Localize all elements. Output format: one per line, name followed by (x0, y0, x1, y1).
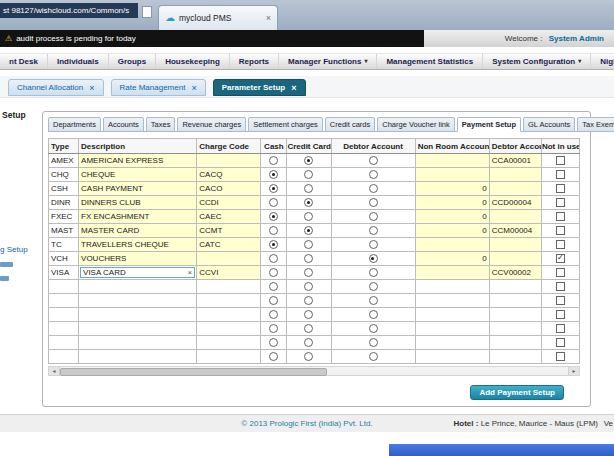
credit-card-radio[interactable] (304, 282, 313, 291)
cash-radio[interactable] (269, 198, 278, 207)
credit-card-radio[interactable] (304, 170, 313, 179)
debtor-account-radio[interactable] (369, 338, 378, 347)
not-in-use-checkbox[interactable] (556, 324, 565, 333)
panel-tab-tax-exempt[interactable]: Tax Exempt (577, 117, 614, 132)
description-cell[interactable] (79, 308, 197, 322)
charge-code-cell[interactable]: CACO (197, 182, 261, 196)
credit-card-radio[interactable] (304, 338, 313, 347)
debtor-account-cell[interactable] (489, 280, 541, 294)
description-cell[interactable]: VISA CARD× (79, 266, 197, 280)
debtor-account-radio[interactable] (369, 170, 378, 179)
debtor-account-radio[interactable] (369, 198, 378, 207)
taskbar-fragment[interactable] (389, 444, 614, 456)
debtor-account-radio[interactable] (369, 310, 378, 319)
non-room-account-cell[interactable] (415, 168, 489, 182)
credit-card-radio[interactable] (304, 198, 313, 207)
non-room-account-cell[interactable]: 0 (415, 196, 489, 210)
url-bar[interactable]: st 98127/wishcloud.com/Common/s (0, 3, 138, 18)
debtor-account-radio[interactable] (369, 156, 378, 165)
charge-code-cell[interactable] (197, 154, 261, 168)
debtor-account-radio[interactable] (369, 324, 378, 333)
type-cell[interactable]: MAST (49, 224, 79, 238)
not-in-use-checkbox[interactable] (556, 338, 565, 347)
close-tab-icon[interactable]: × (291, 83, 296, 93)
debtor-account-radio[interactable] (369, 212, 378, 221)
debtor-account-radio[interactable] (369, 268, 378, 277)
type-cell[interactable] (49, 308, 79, 322)
sidebar-link-fragment[interactable]: g Setup (0, 245, 28, 254)
menu-item-groups[interactable]: Groups (109, 54, 156, 69)
description-cell[interactable]: VOUCHERS (79, 252, 197, 266)
panel-tab-credit-cards[interactable]: Credit cards (325, 117, 375, 132)
scrollbar-thumb[interactable] (60, 368, 327, 376)
type-cell[interactable]: VISA (49, 266, 79, 280)
credit-card-radio[interactable] (304, 296, 313, 305)
menu-item-manager-functions[interactable]: Manager Functions▾ (279, 54, 377, 69)
scroll-left-icon[interactable]: ◄ (49, 367, 60, 375)
type-cell[interactable]: CHQ (49, 168, 79, 182)
non-room-account-cell[interactable] (415, 308, 489, 322)
cash-radio[interactable] (269, 338, 278, 347)
type-cell[interactable]: FXEC (49, 210, 79, 224)
debtor-account-radio[interactable] (369, 184, 378, 193)
non-room-account-cell[interactable]: 0 (415, 224, 489, 238)
menu-item-housekeeping[interactable]: Housekeeping (156, 54, 230, 69)
menu-item-night-audit[interactable]: Night Audit (591, 54, 614, 69)
cash-radio[interactable] (269, 226, 278, 235)
tab-close-icon[interactable]: × (266, 13, 271, 23)
credit-card-radio[interactable] (304, 254, 313, 263)
type-cell[interactable] (49, 336, 79, 350)
credit-card-radio[interactable] (304, 310, 313, 319)
type-cell[interactable]: VCH (49, 252, 79, 266)
charge-code-cell[interactable]: CCDI (197, 196, 261, 210)
browser-tab[interactable]: ☁ mycloud PMS × (158, 5, 278, 30)
description-cell[interactable]: MASTER CARD (79, 224, 197, 238)
debtor-account-radio[interactable] (369, 352, 378, 361)
charge-code-cell[interactable] (197, 336, 261, 350)
cash-radio[interactable] (269, 324, 278, 333)
cash-radio[interactable] (269, 352, 278, 361)
type-cell[interactable] (49, 280, 79, 294)
not-in-use-checkbox[interactable] (556, 198, 565, 207)
credit-card-radio[interactable] (304, 226, 313, 235)
debtor-account-cell[interactable] (489, 336, 541, 350)
debtor-account-radio[interactable] (369, 240, 378, 249)
cash-radio[interactable] (269, 296, 278, 305)
panel-tab-charge-voucher-link[interactable]: Charge Voucher link (377, 117, 455, 132)
cash-radio[interactable] (269, 240, 278, 249)
panel-tab-settlement-charges[interactable]: Settlement charges (248, 117, 323, 132)
credit-card-radio[interactable] (304, 156, 313, 165)
panel-tab-gl-accounts[interactable]: GL Accounts (523, 117, 575, 132)
non-room-account-cell[interactable] (415, 322, 489, 336)
description-input[interactable]: VISA CARD× (80, 267, 195, 278)
workspace-tab-parameter-setup[interactable]: Parameter Setup× (213, 79, 306, 96)
cash-radio[interactable] (269, 156, 278, 165)
non-room-account-cell[interactable] (415, 266, 489, 280)
type-cell[interactable] (49, 350, 79, 364)
debtor-account-cell[interactable] (489, 210, 541, 224)
workspace-tab-rate-management[interactable]: Rate Management× (111, 79, 206, 96)
not-in-use-checkbox[interactable] (556, 296, 565, 305)
horizontal-scrollbar[interactable]: ◄ ► (48, 366, 580, 376)
panel-tab-taxes[interactable]: Taxes (146, 117, 176, 132)
not-in-use-checkbox[interactable] (556, 310, 565, 319)
not-in-use-checkbox[interactable] (556, 170, 565, 179)
scroll-right-icon[interactable]: ► (568, 367, 579, 375)
not-in-use-checkbox[interactable] (556, 184, 565, 193)
debtor-account-cell[interactable] (489, 322, 541, 336)
type-cell[interactable]: TC (49, 238, 79, 252)
credit-card-radio[interactable] (304, 324, 313, 333)
menu-item-individuals[interactable]: Individuals (48, 54, 109, 69)
panel-tab-accounts[interactable]: Accounts (103, 117, 144, 132)
non-room-account-cell[interactable]: 0 (415, 182, 489, 196)
close-tab-icon[interactable]: × (191, 83, 196, 93)
debtor-account-cell[interactable] (489, 350, 541, 364)
sidebar-link-cutoff[interactable] (0, 262, 13, 267)
debtor-account-cell[interactable]: CCM00004 (489, 224, 541, 238)
type-cell[interactable]: AMEX (49, 154, 79, 168)
debtor-account-cell[interactable] (489, 238, 541, 252)
credit-card-radio[interactable] (304, 352, 313, 361)
panel-tab-revenue-charges[interactable]: Revenue charges (177, 117, 246, 132)
debtor-account-cell[interactable] (489, 252, 541, 266)
non-room-account-cell[interactable] (415, 238, 489, 252)
